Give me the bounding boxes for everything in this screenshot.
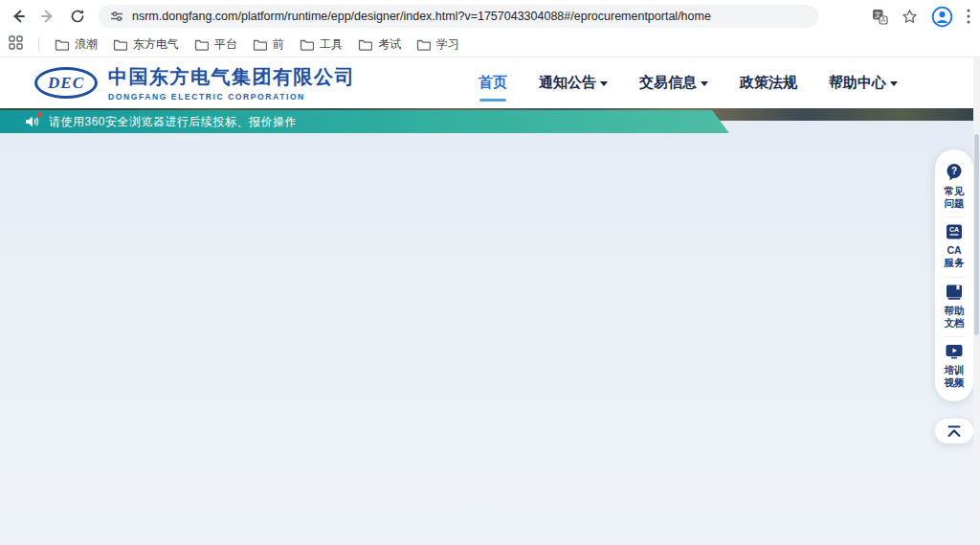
caret-down-icon — [890, 81, 898, 86]
sidebar-item-training-videos[interactable]: 培训视频 — [935, 337, 973, 396]
browser-toolbar: nsrm.dongfang.com/platform/runtime/epp/d… — [0, 0, 980, 33]
reload-icon[interactable] — [69, 8, 86, 25]
sidebar-collapse-button[interactable] — [935, 419, 973, 443]
bookmark-label: 学习 — [436, 36, 459, 53]
ca-card-icon: CA — [945, 222, 964, 241]
company-name-cn: 中国东方电气集团有限公司 — [108, 64, 355, 90]
sidebar-item-help-docs[interactable]: 帮助文档 — [935, 278, 973, 336]
forward-icon[interactable] — [39, 8, 56, 25]
screen: nsrm.dongfang.com/platform/runtime/epp/d… — [0, 0, 980, 545]
translate-icon[interactable]: 文A — [872, 9, 888, 25]
dec-logo: DEC — [34, 67, 98, 99]
scrollbar-thumb[interactable] — [974, 134, 979, 335]
bookmark-folder[interactable]: 东方电气 — [113, 36, 179, 53]
sidebar-item-ca-service[interactable]: CA CA服务 — [935, 217, 973, 276]
bookmark-folder[interactable]: 平台 — [194, 36, 237, 53]
site-header: DEC 中国东方电气集团有限公司 DONGFANG ELECTRIC CORPO… — [0, 57, 980, 108]
notice-text: 请使用360安全浏览器进行后续投标、报价操作 — [49, 114, 297, 130]
bookmark-label: 平台 — [214, 36, 237, 53]
bookmark-folder[interactable]: 浪潮 — [55, 36, 98, 53]
bookmark-label: 东方电气 — [133, 36, 179, 53]
nav-trade-info[interactable]: 交易信息 — [639, 74, 708, 92]
caret-down-icon — [701, 81, 708, 86]
quick-access-sidebar: ? 常见问题 CA CA服务 帮助文档 培训视频 — [935, 149, 973, 401]
bookmark-label: 浪潮 — [75, 36, 98, 53]
site-settings-icon[interactable] — [110, 10, 123, 23]
bookmark-label: 工具 — [320, 36, 343, 53]
page-body — [0, 121, 980, 545]
sidebar-item-faq[interactable]: ? 常见问题 — [935, 158, 973, 216]
bookmark-label: 前 — [273, 36, 284, 53]
bookmark-label: 考试 — [378, 36, 401, 53]
main-nav: 首页 通知公告 交易信息 政策法规 帮助中心 — [479, 74, 980, 92]
browser-actions: 文A — [872, 6, 970, 28]
page-scrollbar[interactable] — [973, 57, 980, 545]
svg-text:?: ? — [951, 166, 957, 176]
bookmark-folder[interactable]: 考试 — [358, 36, 401, 53]
company-name-block: 中国东方电气集团有限公司 DONGFANG ELECTRIC CORPORATI… — [108, 64, 355, 102]
book-icon — [945, 283, 964, 302]
notification-dot — [37, 112, 42, 117]
nav-home[interactable]: 首页 — [479, 74, 507, 92]
url-bar[interactable]: nsrm.dongfang.com/platform/runtime/epp/d… — [99, 5, 818, 28]
back-icon[interactable] — [10, 8, 27, 25]
caret-down-icon — [600, 81, 608, 86]
question-bubble-icon: ? — [945, 163, 964, 182]
browser-menu-icon[interactable] — [967, 9, 970, 24]
svg-text:A: A — [881, 16, 886, 23]
apps-grid-icon[interactable] — [9, 35, 23, 54]
svg-text:CA: CA — [949, 226, 959, 233]
nav-help-center[interactable]: 帮助中心 — [829, 74, 898, 92]
speaker-icon — [25, 115, 40, 128]
collapse-up-icon — [945, 422, 964, 440]
bookmark-folder[interactable]: 工具 — [300, 36, 343, 53]
company-name-en: DONGFANG ELECTRIC CORPORATION — [108, 92, 355, 102]
video-icon — [945, 342, 964, 361]
bookmark-star-icon[interactable] — [902, 9, 918, 25]
browser-notice-banner: 请使用360安全浏览器进行后续投标、报价操作 — [0, 110, 729, 133]
bookmarks-divider — [38, 37, 39, 52]
url-text[interactable]: nsrm.dongfang.com/platform/runtime/epp/d… — [132, 10, 711, 23]
bookmark-folder[interactable]: 前 — [253, 36, 284, 53]
nav-policies[interactable]: 政策法规 — [740, 74, 797, 92]
profile-avatar-icon[interactable] — [931, 6, 953, 28]
bookmark-folder[interactable]: 学习 — [416, 36, 459, 53]
bookmarks-bar: 浪潮 东方电气 平台 前 工具 考试 学习 — [0, 33, 980, 57]
nav-announcements[interactable]: 通知公告 — [539, 74, 608, 92]
